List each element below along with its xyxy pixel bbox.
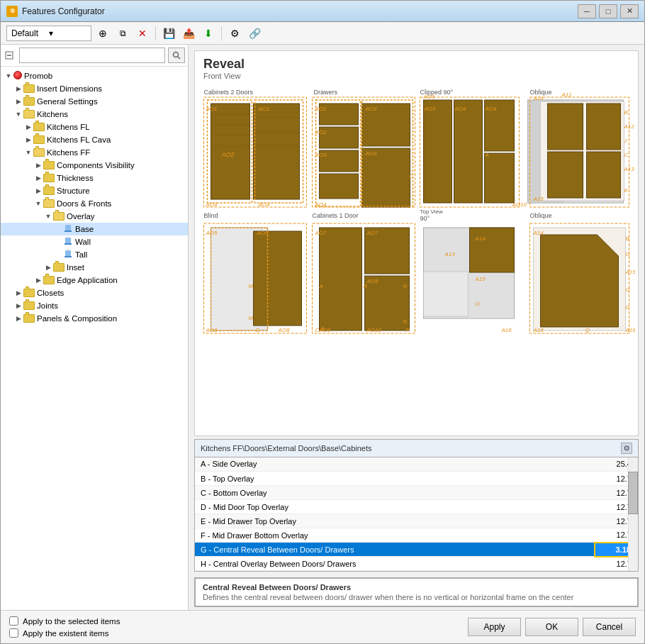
svg-rect-52 — [454, 100, 483, 203]
maximize-button[interactable]: □ — [599, 4, 617, 18]
footer: Apply to the selected items Apply the ex… — [1, 610, 644, 643]
svg-text:A16: A16 — [625, 327, 636, 333]
svg-text:M: M — [249, 315, 254, 321]
svg-text:N: N — [403, 318, 408, 325]
tree-item-tall[interactable]: Tall — [1, 248, 188, 261]
tree-label: Kitchens — [37, 110, 68, 118]
folder-icon — [43, 276, 55, 285]
table-row[interactable]: B - Top Overlay 12.7 — [195, 472, 637, 486]
table-row[interactable]: E - Mid Drawer Top Overlay 12.7 — [195, 514, 637, 528]
tree-item-structure[interactable]: ▶ Structure — [1, 184, 188, 197]
expander-icon — [53, 237, 63, 247]
expander-icon: ▶ — [23, 122, 33, 132]
tree-label: Kitchens FF — [47, 148, 90, 157]
svg-rect-10 — [64, 256, 72, 257]
search-bar — [1, 45, 188, 67]
svg-text:C: C — [626, 304, 630, 311]
apply-button[interactable]: Apply — [468, 618, 521, 636]
expander-icon: ▶ — [33, 173, 43, 183]
apply-existent-checkbox[interactable] — [9, 628, 18, 638]
table-row[interactable]: F - Mid Drawer Bottom Overlay 12.7 — [195, 528, 637, 543]
svg-text:AO3: AO3 — [365, 106, 378, 112]
tree-item-kitchens-ff[interactable]: ▼ Kitchens FF — [1, 146, 188, 159]
table-row[interactable]: H - Central Overlay Between Doors/ Drawe… — [195, 557, 637, 571]
tree-item-promob[interactable]: ▼ Promob — [1, 70, 188, 82]
tree-view[interactable]: ▼ Promob ▶ Insert Dimensions — [1, 67, 188, 610]
tree-item-kitchens[interactable]: ▼ Kitchens — [1, 108, 188, 121]
tree-label: Inset — [67, 263, 84, 272]
tree-item-closets[interactable]: ▶ Closets — [1, 287, 188, 299]
folder-icon — [43, 174, 55, 183]
tree-item-panels-composition[interactable]: ▶ Panels & Composition — [1, 312, 188, 325]
svg-rect-73 — [548, 152, 583, 198]
toolbar-btn-settings[interactable]: ⚙ — [226, 25, 243, 42]
table-row-selected[interactable]: G - Central Reveal Between Doors/ Drawer… — [195, 543, 637, 557]
toolbar-btn-copy[interactable]: ⧉ — [114, 25, 131, 42]
collapse-all-icon[interactable] — [4, 50, 15, 61]
cancel-button[interactable]: Cancel — [583, 618, 636, 636]
tree-item-thickness[interactable]: ▶ Thickness — [1, 172, 188, 184]
tree-item-edge-application[interactable]: ▶ Edge Application — [1, 274, 188, 287]
close-button[interactable]: ✕ — [620, 4, 639, 18]
tree-item-doors-fronts[interactable]: ▼ Doors & Fronts — [1, 197, 188, 210]
svg-text:AO1: AO1 — [206, 106, 218, 112]
prop-label: E - Mid Drawer Top Overlay — [195, 514, 595, 528]
expander-icon: ▼ — [4, 71, 13, 81]
tree-item-joints[interactable]: ▶ Joints — [1, 299, 188, 312]
expander-icon: ▶ — [13, 96, 23, 106]
toolbar-btn-1[interactable]: ⊕ — [94, 25, 111, 42]
tree-item-inset[interactable]: ▶ Inset — [1, 261, 188, 274]
toolbar-btn-link[interactable]: 🔗 — [246, 25, 263, 42]
svg-text:AO4: AO4 — [206, 201, 218, 208]
toolbar-btn-import[interactable]: ⬇ — [200, 25, 217, 42]
diagram-area: Reveal Front View Cabinets 2 Doors Drawe… — [194, 50, 639, 436]
tree-item-base[interactable]: Base — [1, 223, 188, 235]
expander-icon: ▶ — [33, 186, 43, 196]
svg-rect-100 — [320, 228, 362, 331]
folder-icon — [33, 123, 45, 132]
svg-text:AO7: AO7 — [366, 230, 379, 236]
tree-label: Promob — [24, 72, 52, 80]
scrollbar-thumb[interactable] — [628, 472, 638, 514]
tree-label: Overlay — [67, 212, 95, 221]
table-row[interactable]: A - Side Overlay 25.4 — [195, 457, 637, 472]
tree-label: Edge Application — [57, 276, 118, 284]
tree-item-overlay[interactable]: ▼ Overlay — [1, 210, 188, 223]
tree-item-kitchens-fl-cava[interactable]: ▶ Kitchens FL Cava — [1, 133, 188, 146]
svg-text:AO4: AO4 — [485, 106, 498, 112]
tree-item-wall[interactable]: Wall — [1, 235, 188, 248]
table-row[interactable]: D - Mid Door Top Overlay 12.7 — [195, 500, 637, 514]
minimize-button[interactable]: ─ — [578, 4, 596, 18]
tree-label: Wall — [75, 238, 91, 246]
tree-item-insert-dimensions[interactable]: ▶ Insert Dimensions — [1, 82, 188, 95]
diagram-svg: Cabinets 2 Doors Drawers Clipped 90° Obl… — [195, 86, 638, 419]
svg-text:AO4: AO4 — [365, 150, 378, 157]
apply-existent-row: Apply the existent items — [9, 628, 459, 638]
svg-text:AO10: AO10 — [512, 201, 527, 208]
folder-icon — [23, 97, 35, 106]
toolbar: Default ▾ ⊕ ⧉ ✕ 💾 📤 ⬇ ⚙ 🔗 — [1, 22, 644, 45]
svg-point-2 — [174, 52, 179, 57]
toolbar-btn-save[interactable]: 💾 — [160, 25, 177, 42]
svg-text:A15: A15 — [475, 276, 486, 282]
properties-header-text: Kitchens FF\Doors\External Doors\Base\Ca… — [201, 444, 372, 453]
svg-marker-12 — [67, 249, 69, 250]
ok-button[interactable]: OK — [525, 618, 578, 636]
search-input[interactable] — [19, 48, 165, 63]
toolbar-btn-delete[interactable]: ✕ — [134, 25, 151, 42]
search-button[interactable] — [168, 48, 185, 63]
toolbar-btn-export[interactable]: 📤 — [180, 25, 197, 42]
svg-text:C: C — [624, 152, 629, 158]
svg-text:C: C — [315, 327, 320, 333]
collapse-button[interactable]: ⊙ — [621, 443, 632, 454]
tree-item-kitchens-fl[interactable]: ▶ Kitchens FL — [1, 121, 188, 133]
table-row[interactable]: C - Bottom Overlay 12.7 — [195, 486, 637, 500]
prop-label: B - Top Overlay — [195, 472, 595, 486]
prop-label: C - Bottom Overlay — [195, 486, 595, 500]
apply-selected-checkbox[interactable] — [9, 616, 18, 626]
profile-dropdown[interactable]: Default ▾ — [6, 26, 91, 41]
scrollbar[interactable] — [628, 457, 638, 572]
diagram-subtitle: Front View — [195, 72, 638, 86]
tree-item-components-visibility[interactable]: ▶ Components Visibility — [1, 159, 188, 172]
tree-item-general-settings[interactable]: ▶ General Settings — [1, 95, 188, 108]
